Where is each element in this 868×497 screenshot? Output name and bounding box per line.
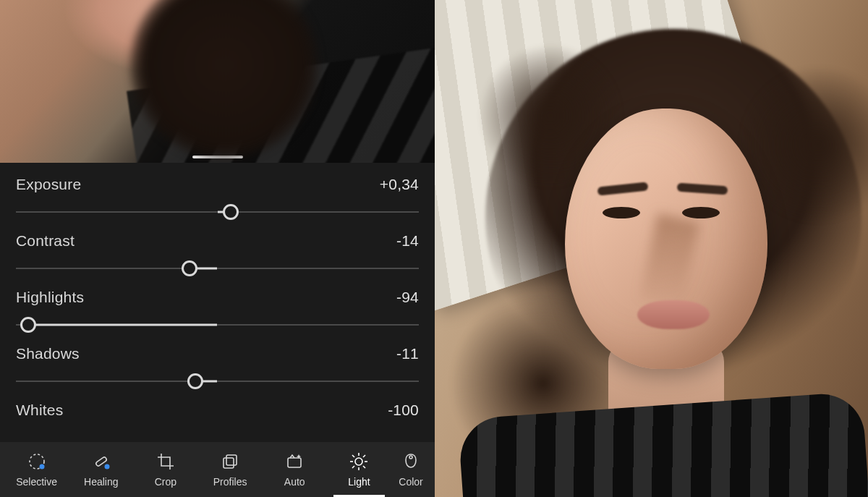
svg-line-13 <box>363 466 365 468</box>
tool-selective[interactable]: Selective <box>4 442 69 497</box>
svg-point-16 <box>409 456 412 459</box>
slider-exposure: Exposure +0,34 <box>16 176 419 221</box>
color-icon <box>401 451 421 472</box>
slider-track-shadows[interactable] <box>16 373 419 390</box>
light-icon <box>349 451 369 472</box>
svg-line-12 <box>352 455 354 457</box>
slider-track-exposure[interactable] <box>16 203 419 221</box>
auto-icon <box>284 451 305 472</box>
profiles-icon <box>220 451 240 472</box>
editor-pane: Exposure +0,34 Contrast -14 Highligh <box>0 0 435 497</box>
svg-rect-5 <box>226 455 237 465</box>
tool-color[interactable]: Color <box>391 442 430 497</box>
slider-value: -94 <box>396 289 419 306</box>
tool-crop[interactable]: Crop <box>133 442 197 497</box>
tool-label: Selective <box>16 476 57 488</box>
tool-light[interactable]: Light <box>327 442 391 497</box>
tool-auto[interactable]: Auto <box>263 442 327 497</box>
slider-label: Highlights <box>16 289 84 306</box>
slider-label: Whites <box>16 402 63 419</box>
slider-highlights: Highlights -94 <box>16 289 419 334</box>
healing-icon <box>91 451 111 472</box>
tool-label: Light <box>348 476 370 488</box>
photo-preview[interactable] <box>0 0 435 163</box>
svg-point-1 <box>39 464 44 470</box>
selective-icon <box>27 451 47 472</box>
bottom-toolbar: Selective Healing Crop Profiles Auto <box>0 442 435 497</box>
slider-value: +0,34 <box>380 176 419 193</box>
crop-icon <box>156 451 176 472</box>
tool-label: Crop <box>155 476 176 488</box>
slider-whites: Whites -100 <box>16 402 419 419</box>
svg-point-7 <box>355 458 362 465</box>
slider-value: -11 <box>396 345 419 362</box>
svg-line-15 <box>363 455 365 457</box>
svg-point-3 <box>104 464 109 470</box>
light-slider-panel: Exposure +0,34 Contrast -14 Highligh <box>0 163 435 442</box>
result-photo <box>435 0 868 497</box>
slider-shadows: Shadows -11 <box>16 345 419 390</box>
slider-track-contrast[interactable] <box>16 260 419 277</box>
slider-label: Shadows <box>16 345 80 362</box>
tool-healing[interactable]: Healing <box>69 442 133 497</box>
preview-illustration <box>192 4 257 29</box>
slider-track-highlights[interactable] <box>16 316 419 334</box>
panel-drag-handle[interactable] <box>192 156 243 158</box>
tool-label: Color <box>399 476 422 488</box>
svg-rect-6 <box>288 458 301 467</box>
slider-label: Contrast <box>16 232 75 250</box>
tool-profiles[interactable]: Profiles <box>198 442 263 497</box>
tool-label: Healing <box>84 476 118 488</box>
slider-contrast: Contrast -14 <box>16 232 419 277</box>
slider-value: -100 <box>388 402 419 419</box>
svg-line-14 <box>352 466 354 468</box>
svg-rect-4 <box>224 458 234 468</box>
tool-label: Auto <box>284 476 305 488</box>
tool-label: Profiles <box>213 476 247 488</box>
slider-label: Exposure <box>16 176 81 193</box>
slider-value: -14 <box>396 232 419 250</box>
